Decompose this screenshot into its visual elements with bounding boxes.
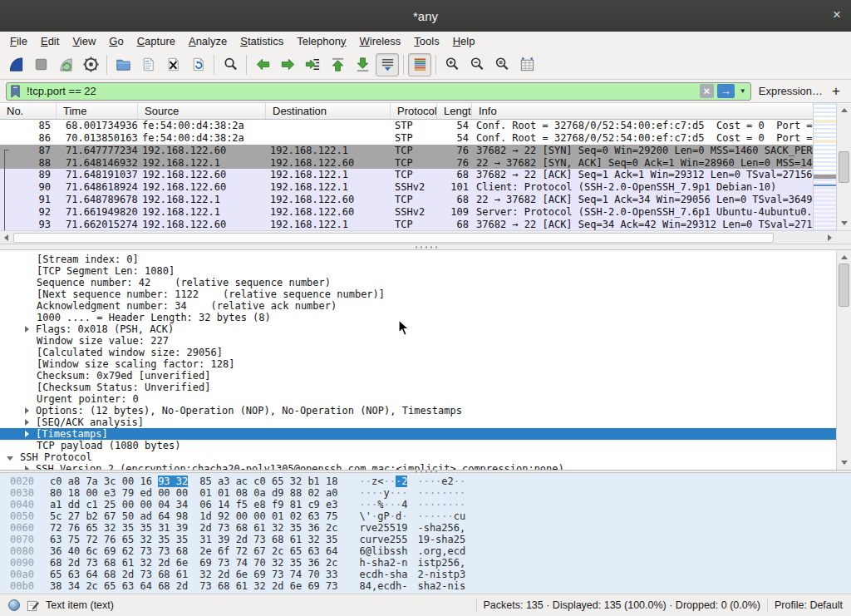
close-icon[interactable]: ×: [833, 7, 841, 23]
profile-label[interactable]: Profile: Default: [775, 599, 843, 611]
menu-edit[interactable]: Edit: [34, 33, 66, 49]
bookmark-icon[interactable]: [9, 84, 22, 99]
auto-scroll-button[interactable]: [376, 53, 399, 76]
apply-filter-icon[interactable]: →: [717, 84, 735, 98]
filter-expression-text[interactable]: !tcp.port == 22: [25, 85, 696, 97]
packet-row[interactable]: 8871.648146932192.168.122.1192.168.122.6…: [0, 156, 813, 169]
zoom-in-button[interactable]: [440, 53, 464, 76]
column-header-src[interactable]: Source: [138, 103, 266, 119]
expand-arrow-icon[interactable]: [25, 466, 29, 470]
packet-row[interactable]: 9071.648618924192.168.122.60192.168.122.…: [0, 181, 813, 194]
menu-file[interactable]: File: [3, 33, 34, 49]
detail-line[interactable]: [Checksum Status: Unverified]: [0, 382, 836, 393]
column-header-proto[interactable]: Protocol: [391, 103, 437, 119]
detail-line[interactable]: SSH Protocol: [0, 451, 836, 463]
column-header-info[interactable]: Info: [472, 103, 813, 119]
hex-row[interactable]: 003080 18 00 e3 79 ed 00 0001 01 08 0a d…: [0, 487, 851, 499]
zoom-original-button[interactable]: [490, 53, 514, 76]
hex-row[interactable]: 009068 2d 73 68 61 32 2d 6e69 73 74 70 3…: [0, 557, 851, 569]
add-filter-button[interactable]: +: [830, 83, 845, 100]
menu-capture[interactable]: Capture: [130, 33, 182, 49]
scroll-up-icon[interactable]: [837, 251, 851, 263]
menu-statistics[interactable]: Statistics: [234, 33, 290, 49]
detail-line[interactable]: Window size value: 227: [0, 335, 836, 347]
scroll-down-icon[interactable]: [837, 457, 851, 469]
detail-line[interactable]: TCP payload (1080 bytes): [0, 440, 836, 451]
detail-line[interactable]: Acknowledgment number: 34 (relative ack …: [0, 300, 836, 312]
packet-row[interactable]: 9371.662015274192.168.122.60192.168.122.…: [0, 218, 813, 230]
menu-telephony[interactable]: Telephony: [290, 33, 352, 49]
detail-line[interactable]: Checksum: 0x79ed [unverified]: [0, 370, 836, 382]
intelligent-scrollbar-minimap[interactable]: [813, 103, 836, 230]
expand-arrow-icon[interactable]: [25, 431, 29, 437]
packet-row[interactable]: 8971.648191037192.168.122.60192.168.122.…: [0, 169, 813, 181]
detail-line[interactable]: [TCP Segment Len: 1080]: [0, 265, 836, 277]
hex-row[interactable]: 008036 40 6c 69 62 73 73 682e 6f 72 67 2…: [0, 545, 851, 557]
packet-row[interactable]: 9171.648789678192.168.122.1192.168.122.6…: [0, 194, 813, 206]
colorize-button[interactable]: [408, 53, 431, 76]
go-to-packet-button[interactable]: [301, 53, 324, 76]
column-header-len[interactable]: Length: [437, 103, 472, 119]
save-file-button[interactable]: [136, 53, 160, 76]
scroll-right-icon[interactable]: [824, 232, 836, 244]
expand-arrow-icon[interactable]: [25, 419, 29, 426]
packet-row[interactable]: 8771.647777234192.168.122.60192.168.122.…: [0, 145, 813, 157]
open-file-button[interactable]: [111, 53, 135, 76]
scrollbar-thumb[interactable]: [839, 151, 849, 183]
hex-row[interactable]: 00a065 63 64 68 2d 73 68 6132 2d 6e 69 7…: [0, 569, 851, 580]
filter-history-dropdown-icon[interactable]: ▼: [738, 87, 748, 95]
pane-splitter-top[interactable]: [0, 244, 851, 250]
details-vscrollbar[interactable]: [836, 250, 851, 470]
title-bar[interactable]: *any ×: [0, 0, 851, 32]
detail-line[interactable]: [SEQ/ACK analysis]: [0, 416, 836, 428]
hex-row[interactable]: 006072 76 65 32 35 35 31 392d 73 68 61 3…: [0, 522, 851, 534]
packet-row[interactable]: 9271.661949820192.168.122.1192.168.122.6…: [0, 205, 813, 218]
expression-button[interactable]: Expression…: [757, 85, 824, 97]
resize-columns-button[interactable]: [515, 53, 539, 76]
menu-go[interactable]: Go: [102, 33, 130, 49]
collapse-arrow-icon[interactable]: [7, 456, 13, 461]
scrollbar-thumb[interactable]: [839, 264, 849, 307]
restart-capture-button[interactable]: [54, 53, 77, 76]
detail-line[interactable]: [Next sequence number: 1122 (relative se…: [0, 288, 836, 300]
hex-row[interactable]: 00b038 34 2c 65 63 64 68 2d73 68 61 32 2…: [0, 580, 851, 592]
menu-help[interactable]: Help: [446, 33, 482, 49]
hex-row[interactable]: 0040a1 dd c1 25 00 00 04 3406 14 f5 e8 f…: [0, 499, 851, 510]
go-forward-button[interactable]: [276, 53, 299, 76]
detail-line[interactable]: Sequence number: 42 (relative sequence n…: [0, 277, 836, 288]
hex-row[interactable]: 0020c0 a8 7a 3c 00 16 93 3285 a3 ac c0 6…: [0, 476, 851, 487]
expand-arrow-icon[interactable]: [25, 407, 29, 414]
capture-options-button[interactable]: [79, 53, 102, 76]
detail-line[interactable]: 1000 .... = Header Length: 32 bytes (8): [0, 312, 836, 323]
column-header-dst[interactable]: Destination: [266, 103, 391, 119]
hex-row[interactable]: 007063 75 72 76 65 32 35 3531 39 2d 73 6…: [0, 534, 851, 545]
zoom-out-button[interactable]: [465, 53, 489, 76]
detail-line[interactable]: SSH Version 2 (encryption:chacha20-poly1…: [0, 463, 836, 470]
clear-filter-icon[interactable]: ×: [700, 84, 714, 98]
scroll-down-icon[interactable]: [837, 218, 851, 229]
close-file-button[interactable]: [161, 53, 184, 76]
find-packet-button[interactable]: [219, 53, 242, 76]
detail-line[interactable]: Flags: 0x018 (PSH, ACK): [0, 323, 836, 335]
capture-comment-icon[interactable]: [27, 599, 39, 612]
packet-list-vscrollbar[interactable]: [836, 103, 851, 230]
packet-list-hscrollbar[interactable]: [0, 230, 836, 244]
go-last-button[interactable]: [351, 53, 374, 76]
hscrollbar-thumb[interactable]: [13, 233, 774, 243]
expand-arrow-icon[interactable]: [25, 326, 29, 333]
scroll-left-icon[interactable]: [0, 232, 12, 244]
display-filter-input[interactable]: !tcp.port == 22 × → ▼: [6, 82, 751, 101]
detail-line[interactable]: Urgent pointer: 0: [0, 393, 836, 405]
detail-line[interactable]: [Stream index: 0]: [0, 254, 836, 265]
menu-analyze[interactable]: Analyze: [182, 33, 234, 49]
expert-info-icon[interactable]: [8, 599, 20, 611]
packet-row[interactable]: 8568.001734936fe:54:00:d4:38:2aSTP54Conf…: [0, 120, 813, 132]
menu-wireless[interactable]: Wireless: [353, 33, 408, 49]
detail-line[interactable]: Options: (12 bytes), No-Operation (NOP),…: [0, 405, 836, 416]
reload-file-button[interactable]: [186, 53, 209, 76]
menu-view[interactable]: View: [66, 33, 102, 49]
scroll-up-icon[interactable]: [837, 104, 851, 116]
go-back-button[interactable]: [251, 53, 274, 76]
packet-row[interactable]: 8670.013850163fe:54:00:d4:38:2aSTP54Conf…: [0, 132, 813, 145]
column-header-no[interactable]: No.: [0, 103, 57, 119]
